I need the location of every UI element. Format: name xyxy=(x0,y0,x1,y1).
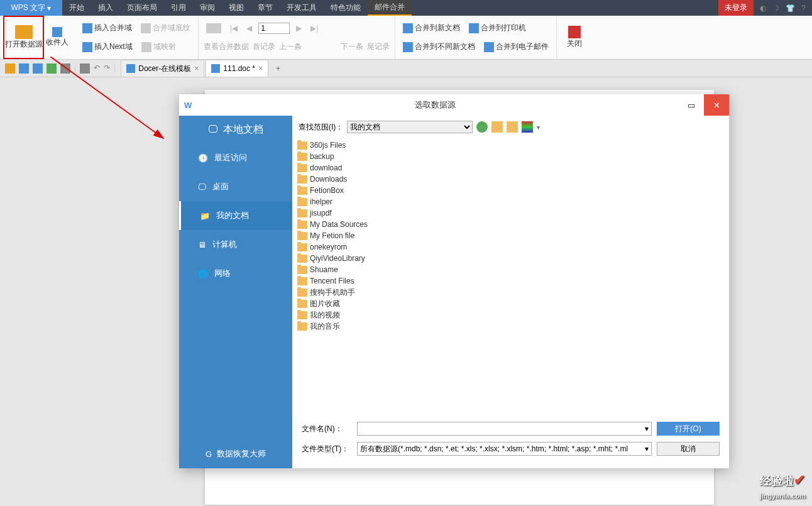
qat-print-icon[interactable] xyxy=(47,63,57,74)
recipients-label: 收件人 xyxy=(46,37,69,48)
sidebar-item-desktop[interactable]: 🖵桌面 xyxy=(179,172,292,201)
new-folder-icon[interactable] xyxy=(507,121,518,133)
qat-undo-icon[interactable]: ↶ xyxy=(94,63,100,74)
chevron-down-icon[interactable]: ▾ xyxy=(645,444,649,453)
list-item-label: Tencent Files xyxy=(310,277,354,285)
merge-to-email-button[interactable]: 合并到电子邮件 xyxy=(481,40,551,53)
list-item[interactable]: onekeyrom xyxy=(297,241,724,253)
menu-item-chapter[interactable]: 章节 xyxy=(251,0,280,16)
add-tab-button[interactable]: + xyxy=(270,64,287,73)
list-item[interactable]: download xyxy=(297,162,724,173)
menu-item-review[interactable]: 审阅 xyxy=(193,0,222,16)
merge-to-printer-button[interactable]: 合并到打印机 xyxy=(466,21,529,35)
list-item[interactable]: FetionBox xyxy=(297,185,724,196)
sidebar-item-computer[interactable]: 🖥计算机 xyxy=(179,230,292,259)
insert-field-label: 插入合并域 xyxy=(94,23,132,33)
record-index-input[interactable] xyxy=(258,23,290,34)
up-folder-icon[interactable] xyxy=(491,121,503,133)
dialog-close-button[interactable]: ✕ xyxy=(704,94,729,116)
menu-item-insert[interactable]: 插入 xyxy=(91,0,120,16)
help-icon[interactable]: ? xyxy=(801,4,806,13)
list-item[interactable]: Shuame xyxy=(297,264,724,275)
dialog-title: 选取数据源 xyxy=(192,99,679,111)
recipients-icon xyxy=(52,27,62,37)
dialog-titlebar[interactable]: W 选取数据源 ▭ ✕ xyxy=(179,94,729,116)
list-item-label: onekeyrom xyxy=(310,243,347,251)
sidebar-item-mydocs[interactable]: 📁我的文档 xyxy=(179,201,292,230)
sidebar-footer-recovery[interactable]: G数据恢复大师 xyxy=(179,439,292,468)
list-item[interactable]: Tencent Files xyxy=(297,275,724,287)
recipients-button[interactable]: 收件人 xyxy=(45,16,70,59)
list-item[interactable]: 搜狗手机助手 xyxy=(297,287,724,298)
chevron-down-icon[interactable]: ▾ xyxy=(537,124,540,131)
merge-to-diff-doc-button[interactable]: 合并到不同新文档 xyxy=(400,40,478,53)
menu-item-devtools[interactable]: 开发工具 xyxy=(280,0,324,16)
insert-next-field-button[interactable]: 插入Next域 xyxy=(80,40,135,53)
list-item-label: QiyiVideoLibrary xyxy=(310,254,365,263)
merge-email-icon xyxy=(484,42,494,52)
shirt-icon[interactable]: 👕 xyxy=(786,4,795,13)
close-label: 关闭 xyxy=(567,38,582,49)
qat-open-icon[interactable] xyxy=(19,63,29,74)
open-button[interactable]: 打开(O) xyxy=(657,422,720,436)
watermark-brand: 经验啦 xyxy=(760,475,794,487)
file-list[interactable]: 360js FilesbackupdownloadDownloadsFetion… xyxy=(292,138,729,415)
qat-new-icon[interactable] xyxy=(5,63,15,74)
login-status[interactable]: 未登录 xyxy=(718,0,754,16)
merge-to-new-doc-button[interactable]: 合并到新文档 xyxy=(400,21,463,35)
moon-icon[interactable]: ☽ xyxy=(772,4,779,13)
sidebar-item-network[interactable]: 🌐网络 xyxy=(179,259,292,288)
next-record-button: ▶ xyxy=(294,23,304,34)
folder-icon xyxy=(297,277,307,285)
menu-item-features[interactable]: 特色功能 xyxy=(324,0,368,16)
qat-redo-icon[interactable]: ↷ xyxy=(104,63,110,74)
computer-icon: 🖥 xyxy=(198,240,206,250)
folder-icon xyxy=(297,175,307,184)
tab-docer[interactable]: Docer-在线模板 × xyxy=(121,60,204,77)
sidebar-footer-label: 数据恢复大师 xyxy=(217,448,266,459)
list-item[interactable]: My Data Sources xyxy=(297,219,724,230)
lookin-combo[interactable]: 我的文档 xyxy=(347,121,473,133)
list-item[interactable]: jisupdf xyxy=(297,207,724,219)
menu-item-start[interactable]: 开始 xyxy=(62,0,91,16)
tab-docer-close[interactable]: × xyxy=(194,64,199,73)
list-item-label: download xyxy=(310,163,342,172)
field-shading-button: 合并域底纹 xyxy=(138,21,193,35)
app-logo[interactable]: WPS 文字 ▾ xyxy=(0,0,62,16)
list-item[interactable]: backup xyxy=(297,151,724,162)
list-item[interactable]: 360js Files xyxy=(297,140,724,151)
dialog-toolbar: 查找范围(I)： 我的文档 ▾ xyxy=(292,116,729,138)
list-item[interactable]: Downloads xyxy=(297,173,724,185)
close-mailmerge-button[interactable]: 关闭 xyxy=(562,16,587,59)
menu-item-view[interactable]: 视图 xyxy=(222,0,251,16)
filename-combo[interactable]: ▾ xyxy=(357,422,652,436)
back-icon[interactable] xyxy=(476,121,488,133)
sync-icon[interactable]: ◐ xyxy=(760,4,766,13)
menu-item-references[interactable]: 引用 xyxy=(164,0,193,16)
cancel-button[interactable]: 取消 xyxy=(657,442,720,456)
qat-paste-icon[interactable] xyxy=(80,63,90,74)
filetype-combo[interactable]: 所有数据源(*.mdb; *.dsn; *.et; *.xls; *.xlsx;… xyxy=(357,442,652,456)
menu-item-layout[interactable]: 页面布局 xyxy=(120,0,164,16)
chevron-down-icon[interactable]: ▾ xyxy=(645,424,649,433)
next-record-label: 下一条 xyxy=(341,41,363,52)
tab-111doc-close[interactable]: × xyxy=(258,64,263,73)
insert-merge-field-button[interactable]: 插入合并域 xyxy=(80,21,134,35)
tab-111doc[interactable]: 111.doc * × xyxy=(206,60,268,77)
list-item[interactable]: ihelper xyxy=(297,196,724,207)
list-item[interactable]: My Fetion file xyxy=(297,230,724,241)
open-data-source-button[interactable]: 打开数据源 xyxy=(3,16,44,59)
list-item-label: jisupdf xyxy=(310,209,332,217)
insert-next-label: 插入Next域 xyxy=(94,41,133,52)
list-item[interactable]: 我的视频 xyxy=(297,309,724,321)
list-item-label: ihelper xyxy=(310,197,332,206)
dialog-maximize-button[interactable]: ▭ xyxy=(679,94,704,116)
menu-item-mailmerge[interactable]: 邮件合并 xyxy=(368,0,412,16)
view-mode-icon[interactable] xyxy=(522,121,533,133)
sidebar-item-recent[interactable]: 🕓最近访问 xyxy=(179,143,292,172)
qat-save-icon[interactable] xyxy=(33,63,43,74)
list-item[interactable]: 我的音乐 xyxy=(297,321,724,332)
qat-printpreview-icon[interactable] xyxy=(60,63,70,74)
list-item[interactable]: QiyiVideoLibrary xyxy=(297,253,724,264)
list-item[interactable]: 图片收藏 xyxy=(297,298,724,309)
